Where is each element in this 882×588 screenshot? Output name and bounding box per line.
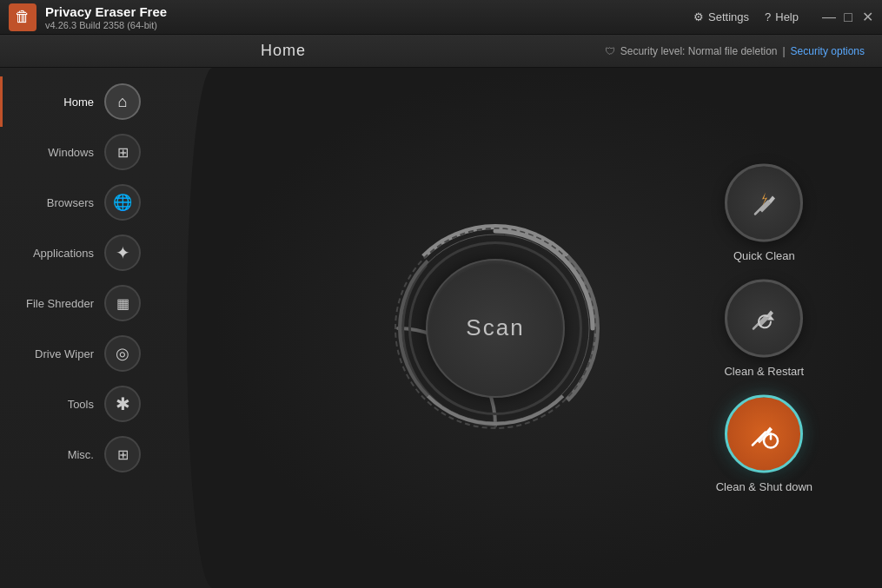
- titlebar-right: ⚙ Settings ? Help — □ ✕: [693, 10, 873, 23]
- globe-icon: 🌐: [104, 184, 141, 221]
- sidebar-nav: Home ⌂ Windows ⊞ Browsers 🌐 Applications…: [0, 68, 213, 488]
- question-icon: ?: [765, 10, 771, 23]
- settings-label: Settings: [708, 10, 749, 23]
- scan-button[interactable]: Scan: [426, 259, 565, 398]
- scan-label: Scan: [466, 314, 524, 341]
- clean-shutdown-wrap: Clean & Shut down: [716, 394, 812, 492]
- app-title-block: Privacy Eraser Free v4.26.3 Build 2358 (…: [45, 4, 167, 30]
- tools-icon: ✱: [104, 386, 141, 422]
- security-info: 🛡 Security level: Normal file deletion |…: [605, 45, 865, 57]
- help-label: Help: [775, 10, 799, 23]
- sidebar-item-tools[interactable]: Tools ✱: [0, 379, 213, 429]
- sidebar-label-drivewiper: Drive Wiper: [17, 347, 104, 360]
- security-options-link[interactable]: Security options: [791, 45, 865, 57]
- scan-middle-ring: Scan: [408, 241, 582, 415]
- svg-point-1: [401, 235, 589, 422]
- windows-icon: ⊞: [104, 134, 141, 170]
- app-version: v4.26.3 Build 2358 (64-bit): [45, 20, 167, 30]
- sidebar: Home ⌂ Windows ⊞ Browsers 🌐 Applications…: [0, 68, 213, 588]
- sidebar-label-windows: Windows: [17, 146, 104, 159]
- sidebar-item-windows[interactable]: Windows ⊞: [0, 127, 213, 177]
- quick-clean-icon: [746, 185, 781, 220]
- sidebar-label-home: Home: [17, 96, 104, 109]
- clean-shutdown-button[interactable]: [725, 394, 803, 472]
- titlebar-left: 🗑 Privacy Eraser Free v4.26.3 Build 2358…: [9, 3, 167, 31]
- home-icon: ⌂: [104, 83, 141, 120]
- sidebar-item-applications[interactable]: Applications ✦: [0, 228, 213, 278]
- right-panel: Quick Clean: [716, 163, 812, 492]
- shredder-icon: ▦: [104, 285, 141, 321]
- sidebar-item-browsers[interactable]: Browsers 🌐: [0, 177, 213, 228]
- sidebar-label-browsers: Browsers: [17, 196, 104, 209]
- drive-icon: ◎: [104, 335, 141, 372]
- maximize-button[interactable]: □: [842, 11, 854, 23]
- close-button[interactable]: ✕: [861, 11, 873, 23]
- clean-restart-icon: [746, 301, 781, 335]
- sidebar-label-tools: Tools: [17, 398, 104, 411]
- quick-clean-button[interactable]: [725, 163, 803, 241]
- shield-icon: 🛡: [605, 45, 615, 57]
- headerbar: Home 🛡 Security level: Normal file delet…: [0, 35, 882, 68]
- settings-button[interactable]: ⚙ Settings: [693, 10, 749, 23]
- clean-shutdown-label: Clean & Shut down: [716, 479, 812, 492]
- content-area: Scan: [213, 68, 882, 588]
- minimize-button[interactable]: —: [823, 11, 835, 23]
- scan-outer-ring: Scan: [391, 224, 600, 433]
- gear-icon: ⚙: [693, 10, 704, 23]
- window-controls: — □ ✕: [823, 11, 873, 23]
- sidebar-item-fileshredder[interactable]: File Shredder ▦: [0, 278, 213, 328]
- clean-restart-label: Clean & Restart: [724, 364, 804, 377]
- quick-clean-wrap: Quick Clean: [725, 163, 803, 261]
- help-button[interactable]: ? Help: [765, 10, 799, 23]
- clean-shutdown-icon: [745, 414, 783, 453]
- main-layout: Home ⌂ Windows ⊞ Browsers 🌐 Applications…: [0, 68, 882, 588]
- sidebar-label-applications: Applications: [17, 247, 104, 260]
- clean-restart-wrap: Clean & Restart: [724, 279, 804, 377]
- sidebar-item-misc[interactable]: Misc. ⊞: [0, 429, 213, 479]
- clean-restart-button[interactable]: [725, 279, 803, 357]
- scan-container: Scan: [391, 224, 600, 433]
- quick-clean-label: Quick Clean: [733, 248, 795, 261]
- sidebar-item-home[interactable]: Home ⌂: [0, 76, 213, 127]
- sidebar-label-misc: Misc.: [17, 448, 104, 461]
- scan-ring-svg: [391, 224, 600, 433]
- titlebar: 🗑 Privacy Eraser Free v4.26.3 Build 2358…: [0, 0, 882, 35]
- page-title: Home: [261, 42, 306, 60]
- sidebar-item-drivewiper[interactable]: Drive Wiper ◎: [0, 328, 213, 379]
- security-level-text: Security level: Normal file deletion: [620, 45, 778, 57]
- misc-icon: ⊞: [104, 436, 141, 472]
- app-icon: 🗑: [9, 3, 36, 31]
- applications-icon: ✦: [104, 235, 141, 271]
- app-title: Privacy Eraser Free: [45, 4, 167, 20]
- sidebar-label-fileshredder: File Shredder: [17, 297, 104, 310]
